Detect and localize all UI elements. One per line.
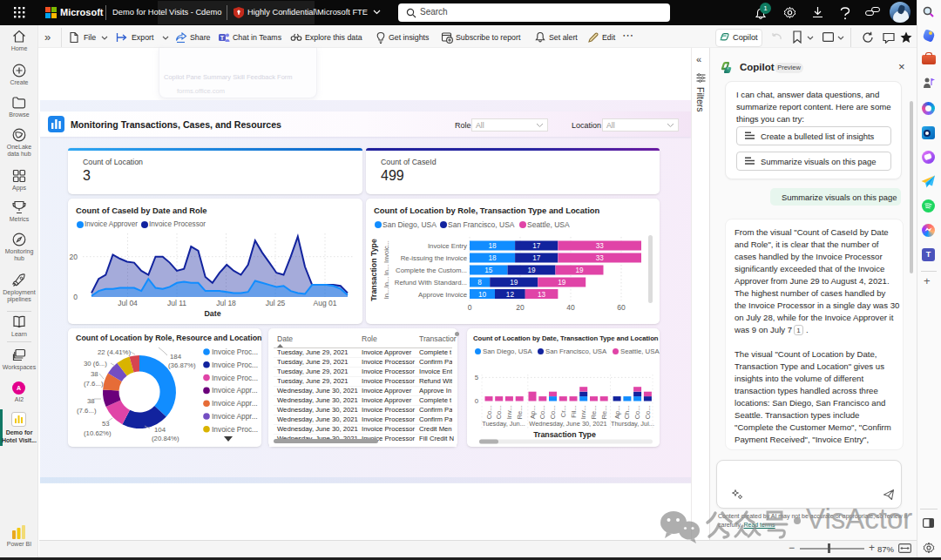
svg-text:Cr...: Cr... (559, 406, 567, 418)
svg-text:Inv...: Inv... (579, 406, 587, 420)
svg-text:Re...: Re... (516, 406, 524, 420)
svg-text:5: 5 (475, 374, 479, 381)
svg-text:0: 0 (475, 397, 479, 405)
svg-text:Re...: Re... (600, 406, 608, 420)
svg-text:Thursday, Jul...: Thursday, Jul... (611, 420, 654, 428)
svg-text:Re...: Re... (590, 406, 598, 420)
svg-text:Co...: Co... (495, 406, 503, 420)
svg-text:Co...: Co... (485, 406, 493, 420)
svg-text:Wednesday, June 30, 2021: Wednesday, June 30, 2021 (529, 420, 606, 428)
svg-text:Ap...: Ap... (529, 406, 537, 419)
svg-text:Ch...: Ch... (623, 406, 631, 420)
svg-text:Inv...: Inv... (505, 406, 513, 420)
svg-text:Co...: Co... (644, 406, 652, 420)
svg-text:Co...: Co... (538, 406, 546, 420)
svg-text:Transaction Type: Transaction Type (533, 430, 596, 439)
svg-text:Fil...: Fil... (570, 406, 578, 418)
svg-text:Ap...: Ap... (613, 406, 621, 419)
svg-text:Co...: Co... (633, 406, 641, 420)
svg-text:Co...: Co... (549, 406, 557, 420)
svg-text:Tuesday, Jun...: Tuesday, Jun... (482, 420, 525, 428)
